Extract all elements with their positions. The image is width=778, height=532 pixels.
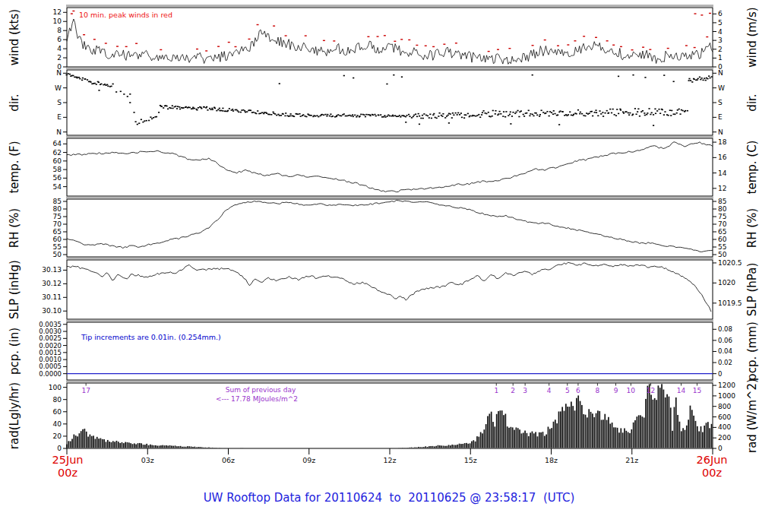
start-hour: 00z <box>37 467 98 480</box>
y-tick-label: W <box>55 84 62 92</box>
plot-title: UW Rooftop Data for 20110624 to 20110625… <box>0 491 778 505</box>
axis-title-right-pcp: pcp. (mm) <box>745 321 759 381</box>
y-tick-label: 30.11 <box>42 293 62 301</box>
axis-title-left-rad: rad(Lgly/hr) <box>8 382 21 449</box>
y-tick-label: W <box>718 84 725 92</box>
end-date: 26Jun <box>682 454 742 467</box>
x-tick-label: 03z <box>141 456 154 464</box>
start-date: 25Jun <box>37 454 98 467</box>
y-tick-label: 20 <box>53 432 62 440</box>
mark-label: 12 <box>647 387 655 394</box>
mark-label: 3 <box>523 387 527 394</box>
y-tick-label: 30.10 <box>42 307 62 315</box>
axis-title-left-pcp: pcp. (in) <box>8 328 21 375</box>
y-tick-label: N <box>56 69 62 77</box>
y-tick-label: 600 <box>718 413 731 421</box>
axis-title-left-rh: RH (%) <box>8 208 21 248</box>
y-tick-label: 80 <box>53 205 62 213</box>
annotation-rad: Sum of previous day <box>226 386 296 394</box>
y-tick-label: 1200 <box>718 382 735 389</box>
panel-frame-dir <box>67 70 713 135</box>
x-tick-label: 09z <box>302 456 315 464</box>
y-tick-label: 12 <box>53 8 62 16</box>
axis-title-left-wind: wind (kts) <box>8 9 21 65</box>
y-tick-label: 60 <box>53 157 62 165</box>
panel-wind: 0246810120123456wind (kts)wind (m/s)10 m… <box>8 7 759 71</box>
panel-frame-slp <box>67 260 713 319</box>
y-tick-label: 40 <box>53 420 62 428</box>
panel-dir: NWSENNWSENdir.dir. <box>8 69 759 135</box>
y-tick-label: 54 <box>53 183 62 191</box>
panel-pcp: 0.00000.00050.00100.00150.00200.00250.00… <box>8 321 759 381</box>
y-tick-label: 6 <box>57 36 62 43</box>
y-tick-label: 85 <box>53 198 62 205</box>
axis-title-right-temp: temp. (C) <box>745 141 759 195</box>
mark-label: 17 <box>81 387 90 394</box>
y-tick-label: 56 <box>53 174 62 182</box>
axis-title-right-wind: wind (m/s) <box>745 7 759 67</box>
y-tick-label: 85 <box>718 198 726 205</box>
weather-station-plot-page: 0246810120123456wind (kts)wind (m/s)10 m… <box>0 0 778 532</box>
axis-title-left-dir: dir. <box>8 93 21 111</box>
y-tick-label: 60 <box>53 236 62 243</box>
y-tick-label: N <box>56 128 62 136</box>
end-hour: 00z <box>682 467 742 480</box>
y-tick-label: 14 <box>718 169 727 177</box>
panel-slp: 30.1030.1130.1230.131019.510201020.5SLP … <box>8 259 759 319</box>
axis-title-right-rh: RH (%) <box>745 208 759 248</box>
y-tick-label: 0.02 <box>718 359 732 366</box>
y-tick-label: 1020.5 <box>718 259 742 267</box>
mark-label: 15 <box>693 387 701 394</box>
annotation-wind: 10 min. peak winds in red <box>79 11 172 19</box>
y-tick-label: N <box>718 69 723 77</box>
y-tick-label: 0.0025 <box>39 334 62 342</box>
y-tick-label: 0.0000 <box>39 370 62 378</box>
x-axis: 03z06z09z12z15z18z21z <box>67 448 713 464</box>
y-tick-label: 0.0010 <box>39 356 62 363</box>
y-tick-label: 50 <box>718 251 727 258</box>
xaxis-start-date-label: 25Jun 00z <box>37 454 98 480</box>
mark-label: 5 <box>565 387 570 394</box>
y-tick-label: 200 <box>718 434 731 442</box>
y-tick-label: 4 <box>57 45 62 52</box>
panel-frame-pcp <box>67 322 713 380</box>
y-tick-label: 1000 <box>718 392 735 400</box>
y-tick-label: 75 <box>53 213 62 220</box>
y-tick-label: 64 <box>53 140 62 147</box>
y-tick-label: 0.0005 <box>39 363 62 370</box>
x-tick-label: 06z <box>222 456 235 464</box>
y-tick-label: N <box>718 128 723 136</box>
annotation-rad: <--- 17.78 MJoules/m^2 <box>216 395 298 403</box>
y-tick-label: 75 <box>718 213 726 220</box>
x-tick-label: 21z <box>625 456 638 464</box>
mark-label: 10 <box>627 387 636 394</box>
y-tick-label: 0.0035 <box>39 321 62 328</box>
y-tick-label: 12 <box>718 185 726 192</box>
y-tick-label: 400 <box>718 423 731 431</box>
y-tick-label: 8 <box>57 27 62 34</box>
axis-title-right-rad: rad (W/m^2) <box>745 378 759 453</box>
y-tick-label: 65 <box>53 228 62 236</box>
y-tick-label: 0.0015 <box>39 349 62 356</box>
y-tick-label: E <box>57 113 62 121</box>
y-tick-label: 100 <box>49 384 62 391</box>
mark-label: 4 <box>547 387 552 394</box>
axis-title-right-dir: dir. <box>745 93 759 111</box>
panel-rad: 020406080100020040060080010001200rad(Lgl… <box>8 378 759 453</box>
mark-label: 2 <box>511 387 515 394</box>
plot-canvas: 0246810120123456wind (kts)wind (m/s)10 m… <box>0 0 778 532</box>
y-tick-label: 55 <box>718 243 726 251</box>
panel-frame-rh <box>67 199 713 257</box>
axis-title-left-temp: temp. (F) <box>8 141 21 193</box>
panel-frame-temp <box>67 138 713 196</box>
y-tick-label: S <box>718 99 723 106</box>
y-tick-label: 0.0020 <box>39 342 62 350</box>
mark-label: 6 <box>576 387 580 394</box>
y-tick-label: 1020 <box>718 279 735 287</box>
y-tick-label: 0.08 <box>718 325 732 333</box>
y-tick-label: 0.0030 <box>39 328 62 335</box>
y-tick-label: 2 <box>57 54 62 62</box>
xaxis-end-date-label: 26Jun 00z <box>682 454 742 480</box>
y-tick-label: 0 <box>57 445 62 452</box>
y-tick-label: 16 <box>718 154 727 161</box>
